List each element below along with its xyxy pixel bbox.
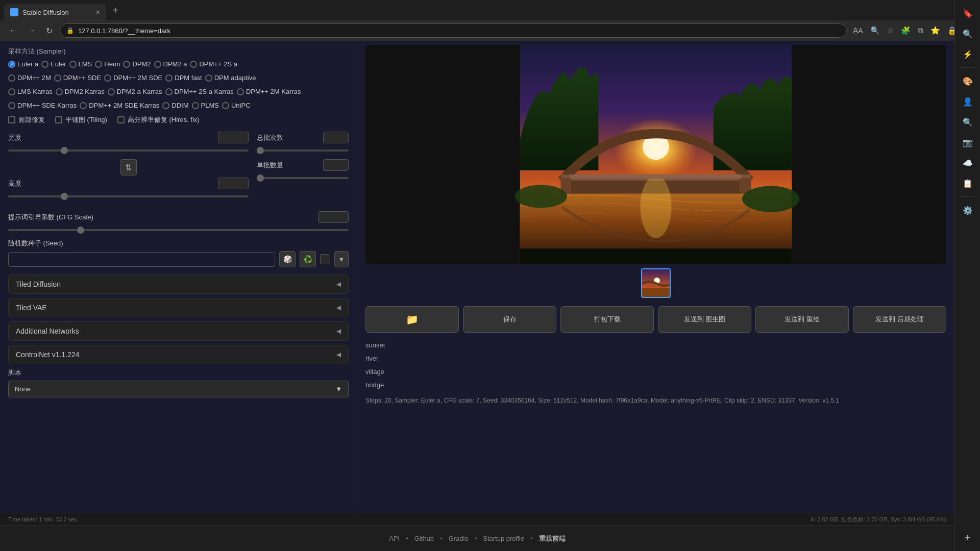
- browser-nav: ← → ↻ 🔒 127.0.0.1:7860/?__theme=dark A̲A…: [0, 20, 980, 41]
- svg-point-11: [742, 186, 800, 212]
- face-restore-checkbox[interactable]: 面部修复: [8, 115, 45, 124]
- sampler-dpm2a[interactable]: DPM2 a: [154, 60, 187, 68]
- favorites-button[interactable]: ☆: [885, 24, 896, 37]
- reload-frontend-link[interactable]: 重载前端: [539, 534, 566, 543]
- browser-tabs: Stable Diffusion × +: [0, 0, 980, 20]
- extensions-button[interactable]: 🧩: [899, 24, 913, 37]
- seed-extra-checkbox[interactable]: [320, 254, 330, 264]
- api-link[interactable]: API: [389, 535, 400, 542]
- sampler-lms[interactable]: LMS: [69, 60, 92, 68]
- batch-size-input[interactable]: 1: [323, 159, 349, 171]
- seed-input[interactable]: -1: [8, 252, 275, 267]
- height-slider[interactable]: [8, 195, 249, 197]
- sampler-dpmpp2sa[interactable]: DPM++ 2S a: [190, 60, 237, 68]
- checkbox-row: 面部修复 平铺图 (Tiling) 高分辨率修复 (Hires. fix): [8, 115, 349, 124]
- github-link[interactable]: Github: [414, 535, 434, 542]
- batch-size-slider[interactable]: [257, 177, 349, 179]
- new-tab-button[interactable]: +: [108, 3, 122, 18]
- dice-button[interactable]: 🎲: [279, 251, 296, 267]
- zip-download-button[interactable]: 打包下载: [560, 306, 654, 333]
- send-to-inpaint-button[interactable]: 发送到 重绘: [755, 306, 849, 333]
- sidebar-zoom-button[interactable]: 🔍: [959, 113, 977, 131]
- main-content: 采样方法 (Sampler) Euler a Euler LMS Heun DP…: [0, 41, 980, 551]
- collections-button[interactable]: ⭐: [928, 24, 942, 37]
- additional-networks-header[interactable]: Additional Networks ◀: [9, 322, 348, 340]
- tiled-vae-title: Tiled VAE: [16, 304, 47, 312]
- recycle-button[interactable]: ♻️: [300, 251, 316, 267]
- sampler-heun[interactable]: Heun: [95, 60, 120, 68]
- sampler-dppppsdekarras[interactable]: DPM++ SDE Karras: [8, 102, 77, 109]
- cfg-slider[interactable]: [8, 229, 349, 231]
- sidebar-camera-button[interactable]: 📷: [959, 133, 977, 152]
- forward-button[interactable]: →: [24, 24, 39, 37]
- sampler-dpmpp2msde[interactable]: DPM++ 2M SDE: [104, 74, 162, 82]
- sampler-ddim[interactable]: DDIM: [162, 102, 188, 109]
- batch-section: 总批次数 1 单批数量 1: [257, 132, 349, 205]
- swap-section: ⇅: [8, 159, 249, 176]
- svg-rect-10: [520, 248, 792, 264]
- batch-count-slider[interactable]: [257, 149, 349, 152]
- sidebar-extensions-button[interactable]: ⚡: [959, 45, 977, 63]
- tiled-vae-header[interactable]: Tiled VAE ◀: [9, 298, 348, 317]
- sampler-dpm2[interactable]: DPM2: [123, 60, 151, 68]
- sampler-euler-a[interactable]: Euler a: [8, 60, 38, 68]
- thumbnail-1[interactable]: [641, 268, 671, 298]
- right-panel: 📁 保存 打包下载 发送到 图生图 发送到 重绘 发送到 后期处理 sunset…: [357, 41, 954, 551]
- sidebar-search-button[interactable]: 🔍: [959, 24, 977, 43]
- sampler-grid-2: DPM++ 2M DPM++ SDE DPM++ 2M SDE DPM fast…: [8, 74, 349, 82]
- seed-row: -1 🎲 ♻️ ▼: [8, 251, 349, 267]
- width-slider[interactable]: [8, 149, 249, 152]
- save-button[interactable]: 保存: [463, 306, 556, 333]
- sidebar-add-button[interactable]: +: [959, 529, 977, 547]
- width-input[interactable]: 512: [218, 132, 249, 143]
- swap-dimensions-button[interactable]: ⇅: [120, 159, 137, 176]
- sampler-lmskarras[interactable]: LMS Karras: [8, 88, 53, 95]
- batch-count-input[interactable]: 1: [323, 132, 349, 143]
- sidebar-profile-button[interactable]: 👤: [959, 92, 977, 111]
- controlnet-header[interactable]: ControlNet v1.1.224 ◀: [9, 345, 348, 364]
- back-button[interactable]: ←: [6, 24, 20, 37]
- height-input[interactable]: 512: [218, 178, 249, 189]
- hires-fix-checkbox[interactable]: 高分辨率修复 (Hires. fix): [117, 115, 200, 124]
- sampler-plms[interactable]: PLMS: [192, 102, 219, 109]
- img2img-label: 发送到 图生图: [684, 315, 726, 324]
- sampler-euler[interactable]: Euler: [41, 60, 66, 68]
- browser-sidebar: 🔖 🔍 ⚡ 🎨 👤 🔍 📷 ☁️ 📋 ⚙️ +: [954, 0, 980, 551]
- sampler-dpmadaptive[interactable]: DPM adaptive: [205, 74, 256, 82]
- send-to-img2img-button[interactable]: 发送到 图生图: [658, 306, 751, 333]
- sampler-dpmpp2sakarras[interactable]: DPM++ 2S a Karras: [165, 88, 234, 95]
- split-button[interactable]: ⧉: [916, 24, 925, 37]
- sidebar-cloud-button[interactable]: ☁️: [959, 154, 977, 172]
- address-bar[interactable]: 🔒 127.0.0.1:7860/?__theme=dark: [60, 23, 847, 38]
- sampler-dpmpp2m[interactable]: DPM++ 2M: [8, 74, 51, 82]
- sidebar-bookmarks-button[interactable]: 🔖: [959, 4, 977, 22]
- translate-button[interactable]: A̲A: [851, 24, 865, 37]
- reload-button[interactable]: ↻: [43, 24, 56, 38]
- script-select[interactable]: None ▼: [8, 381, 349, 397]
- sampler-dpmfast[interactable]: DPM fast: [165, 74, 202, 82]
- tags-area: sunset river village bridge: [365, 337, 946, 394]
- send-to-postprocess-button[interactable]: 发送到 后期处理: [853, 306, 946, 333]
- sampler-dpm2karras[interactable]: DPM2 Karras: [56, 88, 105, 95]
- sidebar-settings-button[interactable]: ⚙️: [959, 201, 977, 219]
- seed-dropdown[interactable]: ▼: [334, 251, 349, 267]
- sampler-dpmppsde[interactable]: DPM++ SDE: [54, 74, 101, 82]
- gradio-link[interactable]: Gradio: [449, 535, 469, 542]
- tag-sunset: sunset: [365, 339, 946, 352]
- sampler-dpmpp2msdekarras[interactable]: DPM++ 2M SDE Karras: [80, 102, 159, 109]
- startup-profile-link[interactable]: Startup profile: [483, 535, 524, 542]
- sampler-dpmpp2mkarras[interactable]: DPM++ 2M Karras: [237, 88, 301, 95]
- additional-networks-title: Additional Networks: [16, 327, 79, 335]
- browser-tab[interactable]: Stable Diffusion ×: [4, 4, 106, 20]
- tiled-vae-accordion: Tiled VAE ◀: [8, 298, 349, 317]
- cfg-input[interactable]: 7: [318, 211, 349, 223]
- sampler-unipc[interactable]: UniPC: [222, 102, 251, 109]
- search-button[interactable]: 🔍: [868, 24, 882, 37]
- tab-close-button[interactable]: ×: [96, 8, 100, 16]
- sidebar-clipboard-button[interactable]: 📋: [959, 174, 977, 192]
- sidebar-palette-button[interactable]: 🎨: [959, 72, 977, 90]
- sampler-dpm2akarras[interactable]: DPM2 a Karras: [108, 88, 162, 95]
- folder-button[interactable]: 📁: [365, 306, 459, 333]
- tiled-diffusion-header[interactable]: Tiled Diffusion ◀: [9, 275, 348, 293]
- tiling-checkbox[interactable]: 平铺图 (Tiling): [55, 115, 107, 124]
